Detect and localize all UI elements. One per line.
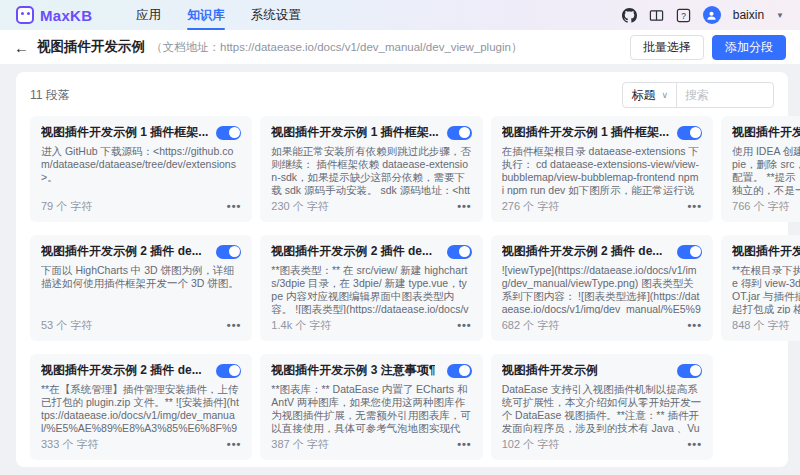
paragraph-card[interactable]: 视图插件开发示例 2 插件 de... ![viewType](https://…	[491, 235, 713, 341]
header-actions: 批量选择 添加分段	[630, 35, 786, 60]
char-count-label: 79 个 字符	[41, 199, 92, 214]
char-count-label: 848 个 字符	[732, 318, 789, 333]
user-avatar[interactable]	[703, 6, 721, 24]
paragraph-body: **在【系统管理】插件管理安装插件，上传已打包的 plugin.zip 文件。*…	[41, 383, 241, 433]
paragraph-enable-toggle[interactable]	[216, 126, 241, 140]
paragraph-body: **图表类型：** 在 src/view/ 新建 highcharts/3dpi…	[271, 264, 471, 314]
card-footer: 79 个 字符 •••	[41, 199, 241, 214]
card-footer: 230 个 字符 •••	[271, 199, 471, 214]
card-header: 视图插件开发示例 2 插件 de...	[41, 362, 241, 379]
paragraph-body: 下面以 HighCharts 中 3D 饼图为例，详细描述如何使用插件框架开发一…	[41, 264, 241, 314]
paragraph-title: 视图插件开发示例 2 插件 de...	[271, 243, 432, 260]
paragraph-enable-toggle[interactable]	[447, 245, 472, 259]
tab-applications[interactable]: 应用	[136, 0, 161, 30]
card-header: 视图插件开发示例 1 插件框架...	[271, 124, 471, 141]
search-input[interactable]	[677, 88, 773, 102]
paragraph-card[interactable]: 视图插件开发示例 2 插件 de... **在根目录下执行：** mvn cle…	[721, 235, 800, 341]
filter-select-value: 标题	[631, 87, 655, 104]
card-header: 视图插件开发示例 3 注意事项¶	[271, 362, 471, 379]
card-footer: 682 个 字符 •••	[502, 318, 702, 333]
paragraph-body: 进入 GitHub 下载源码：<https://github.com/datae…	[41, 145, 241, 195]
paragraph-card[interactable]: 视图插件开发示例 2 插件 de... **图表类型：** 在 src/view…	[260, 235, 482, 341]
card-footer: 53 个 字符 •••	[41, 318, 241, 333]
more-menu-icon[interactable]: •••	[687, 201, 702, 212]
char-count-label: 230 个 字符	[271, 199, 328, 214]
panel-toolbar: 11 段落 标题 ∨	[30, 82, 774, 108]
paragraph-title: 视图插件开发示例 1 插件框架...	[502, 124, 669, 141]
docs-icon[interactable]	[649, 8, 664, 23]
user-menu-caret-icon[interactable]: ▼	[776, 11, 784, 20]
paragraph-enable-toggle[interactable]	[677, 245, 702, 259]
main-content: 11 段落 标题 ∨ 视图插件开发示例 1 插件框架... 进入 GitHub …	[0, 64, 800, 467]
maxkb-logo-text: MaxKB	[40, 7, 92, 24]
paragraph-enable-toggle[interactable]	[216, 364, 241, 378]
help-icon[interactable]: ?	[676, 8, 691, 23]
paragraph-enable-toggle[interactable]	[216, 245, 241, 259]
char-count-label: 53 个 字符	[41, 318, 92, 333]
filter-search-group: 标题 ∨	[622, 82, 774, 108]
paragraph-grid: 视图插件开发示例 1 插件框架... 进入 GitHub 下载源码：<https…	[30, 116, 774, 460]
maxkb-logo[interactable]: MaxKB	[16, 6, 92, 24]
page-title: 视图插件开发示例	[37, 38, 145, 56]
card-header: 视图插件开发示例 2 插件 de...	[41, 243, 241, 260]
paragraph-card[interactable]: 视图插件开发示例 1 插件框架... 在插件框架根目录 dataease-ext…	[491, 116, 713, 222]
add-section-button[interactable]: 添加分段	[712, 35, 786, 60]
tab-system-settings[interactable]: 系统设置	[251, 0, 301, 30]
maxkb-logo-icon	[16, 6, 34, 24]
card-footer: 766 个 字符 •••	[732, 199, 800, 214]
paragraph-title: 视图插件开发示例 2 插件 de...	[732, 124, 800, 141]
card-footer: 387 个 字符 •••	[271, 437, 471, 452]
back-arrow-icon[interactable]: ←	[14, 39, 29, 56]
batch-select-button[interactable]: 批量选择	[630, 35, 704, 60]
paragraph-body: ![viewType](https://dataease.io/docs/v1/…	[502, 264, 702, 314]
paragraph-title: 视图插件开发示例 2 插件 de...	[502, 243, 663, 260]
svg-text:?: ?	[681, 10, 686, 20]
paragraph-card[interactable]: 视图插件开发示例 2 插件 de... 下面以 HighCharts 中 3D …	[30, 235, 252, 341]
tab-knowledge-base[interactable]: 知识库	[187, 0, 225, 30]
card-header: 视图插件开发示例	[502, 362, 702, 379]
paragraph-card[interactable]: 视图插件开发示例 1 插件框架... 如果能正常安装所有依赖则跳过此步骤，否则继…	[260, 116, 482, 222]
more-menu-icon[interactable]: •••	[227, 439, 242, 450]
char-count-label: 276 个 字符	[502, 199, 559, 214]
more-menu-icon[interactable]: •••	[687, 439, 702, 450]
paragraph-panel: 11 段落 标题 ∨ 视图插件开发示例 1 插件框架... 进入 GitHub …	[16, 72, 788, 467]
paragraph-body: DataEase 支持引入视图插件机制以提高系统可扩展性，本文介绍如何从零开始开…	[502, 383, 702, 433]
char-count-label: 387 个 字符	[271, 437, 328, 452]
more-menu-icon[interactable]: •••	[687, 320, 702, 331]
paragraph-count-label: 11 段落	[30, 87, 70, 104]
paragraph-enable-toggle[interactable]	[447, 126, 472, 140]
char-count-label: 766 个 字符	[732, 199, 789, 214]
paragraph-body: **在根目录下执行：** mvn clean package 得到 view-3…	[732, 264, 800, 314]
more-menu-icon[interactable]: •••	[457, 320, 472, 331]
paragraph-card[interactable]: 视图插件开发示例 3 注意事项¶ **图表库：** DataEase 内置了 E…	[260, 354, 482, 460]
paragraph-card[interactable]: 视图插件开发示例 1 插件框架... 进入 GitHub 下载源码：<https…	[30, 116, 252, 222]
card-header: 视图插件开发示例 1 插件框架...	[502, 124, 702, 141]
paragraph-title: 视图插件开发示例 1 插件框架...	[41, 124, 208, 141]
username-label[interactable]: baixin	[733, 8, 764, 22]
more-menu-icon[interactable]: •••	[457, 201, 472, 212]
card-footer: 1.4k 个 字符 •••	[271, 318, 471, 333]
github-icon[interactable]	[622, 8, 637, 23]
char-count-label: 682 个 字符	[502, 318, 559, 333]
more-menu-icon[interactable]: •••	[227, 320, 242, 331]
paragraph-card[interactable]: 视图插件开发示例 2 插件 de... **在【系统管理】插件管理安装插件，上传…	[30, 354, 252, 460]
char-count-label: 333 个 字符	[41, 437, 98, 452]
paragraph-enable-toggle[interactable]	[677, 364, 702, 378]
card-footer: 848 个 字符 •••	[732, 318, 800, 333]
char-count-label: 102 个 字符	[502, 437, 559, 452]
more-menu-icon[interactable]: •••	[457, 439, 472, 450]
doc-url-note: （文档地址：https://dataease.io/docs/v1/dev_ma…	[151, 40, 522, 55]
card-footer: 333 个 字符 •••	[41, 437, 241, 452]
paragraph-title: 视图插件开发示例 3 注意事项¶	[271, 362, 435, 379]
navbar-right: ? baixin ▼	[622, 6, 784, 24]
card-header: 视图插件开发示例 2 插件 de...	[502, 243, 702, 260]
paragraph-enable-toggle[interactable]	[677, 126, 702, 140]
filter-select[interactable]: 标题 ∨	[623, 83, 677, 107]
paragraph-enable-toggle[interactable]	[447, 364, 472, 378]
more-menu-icon[interactable]: •••	[227, 201, 242, 212]
paragraph-body: **图表库：** DataEase 内置了 ECharts 和 AntV 两种图…	[271, 383, 471, 433]
chevron-down-icon: ∨	[661, 90, 668, 100]
char-count-label: 1.4k 个 字符	[271, 318, 331, 333]
paragraph-card[interactable]: 视图插件开发示例 DataEase 支持引入视图插件机制以提高系统可扩展性，本文…	[491, 354, 713, 460]
paragraph-card[interactable]: 视图插件开发示例 2 插件 de... 使用 IDEA 创建 Maven 工程名…	[721, 116, 800, 222]
